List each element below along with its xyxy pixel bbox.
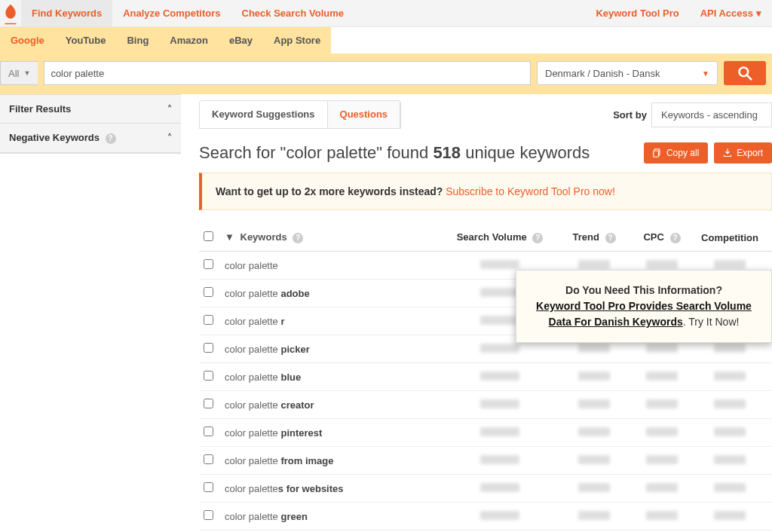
search-volume-cell [443, 511, 556, 522]
results-title: Search for "color palette" found 518 uni… [199, 143, 590, 163]
nav-find-keywords[interactable]: Find Keywords [21, 0, 112, 26]
copy-all-button[interactable]: Copy all [644, 142, 708, 164]
tab-ebay[interactable]: eBay [219, 27, 263, 54]
nav-pro[interactable]: Keyword Tool Pro [585, 0, 689, 26]
results-actions: Copy all Export [644, 142, 772, 164]
chevron-up-icon: ˄ [167, 104, 172, 115]
cpc-cell [632, 399, 692, 411]
category-select[interactable]: All ▼ [0, 61, 38, 85]
sort-select[interactable]: Keywords - ascending [651, 102, 772, 127]
nav-check-search-volume[interactable]: Check Search Volume [231, 0, 355, 26]
cpc-cell [632, 455, 692, 466]
keyword-cell: color palette green [225, 511, 443, 522]
search-button[interactable] [724, 61, 766, 85]
table-row: color palette green [199, 503, 772, 530]
table-row: color palettes for websites [199, 475, 772, 503]
keyword-cell: color palette [225, 260, 443, 271]
tab-amazon[interactable]: Amazon [159, 27, 219, 54]
left-column: Filter Results ˄ Negative Keywords ? ˄ [0, 94, 181, 532]
keyword-cell: color palette picker [225, 344, 443, 355]
competition-cell [692, 344, 767, 355]
trend-cell [556, 371, 632, 383]
help-icon: ? [532, 233, 543, 243]
table-row: color palette from image [199, 447, 772, 475]
competition-cell [692, 371, 767, 383]
keyword-cell: color palette adobe [225, 288, 443, 299]
filters-accordion: Filter Results ˄ Negative Keywords ? ˄ [0, 94, 181, 154]
chevron-down-icon: ▼ [23, 69, 30, 77]
tab-keyword-suggestions[interactable]: Keyword Suggestions [200, 101, 328, 128]
tab-spacer [331, 27, 772, 54]
search-volume-cell [443, 344, 556, 355]
negative-keywords-toggle[interactable]: Negative Keywords ? ˄ [0, 124, 181, 153]
content-tabs: Keyword Suggestions Questions [199, 100, 401, 129]
svg-line-1 [747, 75, 752, 80]
row-checkbox[interactable] [204, 315, 213, 325]
trend-cell [556, 511, 632, 522]
row-checkbox[interactable] [204, 399, 213, 408]
nav-analyze-competitors[interactable]: Analyze Competitors [112, 0, 231, 26]
help-icon: ? [670, 233, 681, 243]
cpc-cell [632, 427, 692, 439]
search-volume-cell [443, 399, 556, 411]
tab-bing[interactable]: Bing [116, 27, 159, 54]
row-checkbox[interactable] [204, 343, 213, 353]
logo-icon [3, 4, 18, 25]
keyword-input[interactable] [44, 61, 531, 85]
filter-results-toggle[interactable]: Filter Results ˄ [0, 95, 181, 124]
col-keywords[interactable]: ▼ Keywords ? [225, 231, 443, 243]
results-header: Search for "color palette" found 518 uni… [199, 142, 772, 164]
competition-cell [692, 427, 767, 439]
search-volume-cell [443, 371, 556, 383]
search-volume-cell [443, 483, 556, 494]
col-cpc[interactable]: CPC ? [632, 231, 692, 243]
row-checkbox[interactable] [204, 482, 213, 492]
nav-api-access[interactable]: API Access ▾ [690, 0, 772, 26]
table-header: ▼ Keywords ? Search Volume ? Trend ? CPC… [199, 224, 772, 252]
search-row: All ▼ Denmark / Danish - Dansk ▼ [0, 54, 772, 94]
promo-banner: Want to get up to 2x more keywords inste… [199, 173, 772, 210]
help-icon: ? [293, 233, 303, 243]
tab-questions[interactable]: Questions [328, 101, 401, 128]
keyword-cell: color palette from image [225, 455, 443, 466]
table-row: color palette blue [199, 363, 772, 391]
col-trend[interactable]: Trend ? [556, 231, 632, 243]
top-bar: Find Keywords Analyze Competitors Check … [0, 0, 772, 27]
col-competition[interactable]: Competition [692, 232, 767, 243]
upsell-callout: Do You Need This Information? Keyword To… [516, 270, 772, 343]
keyword-cell: color palette pinterest [225, 427, 443, 439]
keyword-cell: color palettes for websites [225, 483, 443, 494]
row-checkbox[interactable] [204, 510, 213, 520]
search-volume-cell [443, 427, 556, 439]
location-select[interactable]: Denmark / Danish - Dansk ▼ [537, 61, 718, 85]
export-icon [723, 148, 732, 157]
logo[interactable] [0, 0, 21, 26]
tab-google[interactable]: Google [0, 27, 55, 54]
chevron-up-icon: ˄ [167, 133, 172, 143]
callout-heading: Do You Need This Information? [533, 283, 755, 298]
copy-icon [653, 148, 662, 157]
competition-cell [692, 399, 767, 411]
trend-cell [556, 455, 632, 466]
negative-keywords-label: Negative Keywords ? [9, 132, 116, 144]
row-checkbox[interactable] [204, 427, 213, 436]
cpc-cell [632, 511, 692, 522]
row-checkbox[interactable] [204, 259, 213, 269]
keyword-cell: color palette creator [225, 399, 443, 411]
search-icon [737, 66, 752, 81]
row-checkbox[interactable] [204, 371, 213, 381]
location-select-label: Denmark / Danish - Dansk [545, 68, 660, 79]
promo-link[interactable]: Subscribe to Keyword Tool Pro now! [446, 185, 615, 197]
competition-cell [692, 483, 767, 494]
help-icon: ? [106, 133, 116, 144]
sort-arrow-icon: ▼ [225, 231, 234, 243]
col-search-volume[interactable]: Search Volume ? [443, 231, 556, 243]
tab-appstore[interactable]: App Store [263, 27, 331, 54]
select-all-checkbox[interactable] [204, 231, 213, 241]
row-checkbox[interactable] [204, 287, 213, 297]
category-select-label: All [8, 68, 19, 79]
callout-body: Keyword Tool Pro Provides Search Volume … [533, 298, 755, 330]
tab-youtube[interactable]: YouTube [55, 27, 117, 54]
row-checkbox[interactable] [204, 454, 213, 464]
export-button[interactable]: Export [714, 142, 772, 164]
